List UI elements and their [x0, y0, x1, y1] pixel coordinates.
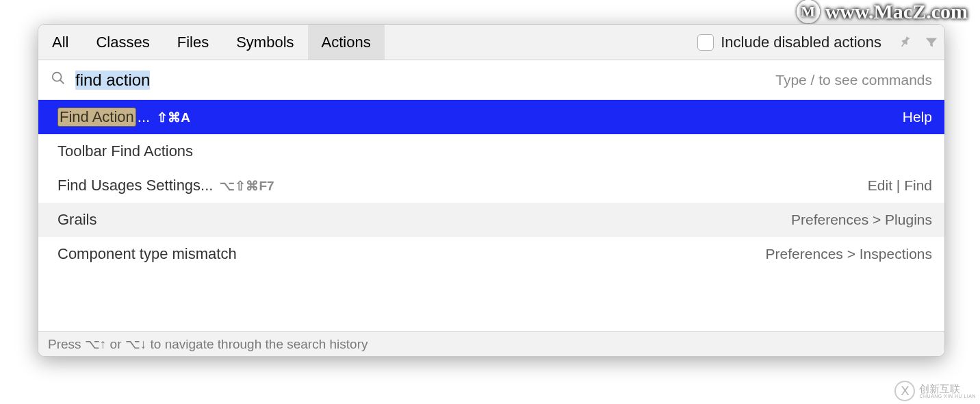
filter-icon[interactable] — [924, 35, 939, 50]
checkbox-icon[interactable] — [697, 34, 714, 51]
result-label-highlight: Find Action — [57, 108, 136, 127]
include-disabled-actions[interactable]: Include disabled actions — [697, 34, 881, 51]
tab-bar: All Classes Files Symbols Actions Includ… — [38, 25, 944, 60]
result-location: Preferences > Inspections — [766, 246, 932, 262]
result-label: Find Usages Settings... — [57, 177, 213, 194]
tab-symbols[interactable]: Symbols — [222, 25, 307, 60]
result-row[interactable]: Grails Preferences > Plugins — [38, 203, 944, 237]
result-row[interactable]: Find Action... ⇧⌘A Help — [38, 100, 944, 134]
result-label: Grails — [57, 211, 96, 229]
search-bar[interactable]: find action Type / to see commands — [38, 60, 944, 100]
watermark-top: M www.MacZ.com — [797, 0, 968, 23]
tab-files[interactable]: Files — [164, 25, 222, 60]
tab-all[interactable]: All — [38, 25, 82, 60]
results-empty-space — [38, 271, 944, 331]
result-location: Edit | Find — [868, 177, 932, 194]
tab-actions[interactable]: Actions — [308, 25, 385, 60]
results-list: Find Action... ⇧⌘A Help Toolbar Find Act… — [38, 100, 944, 331]
search-everywhere-popup: All Classes Files Symbols Actions Includ… — [38, 24, 945, 357]
result-shortcut: ⌥⇧⌘F7 — [220, 178, 274, 194]
result-label: Component type mismatch — [57, 245, 237, 263]
result-label: Toolbar Find Actions — [57, 142, 193, 160]
pin-icon[interactable] — [898, 35, 913, 50]
search-input[interactable]: find action — [75, 71, 150, 90]
search-hint: Type / to see commands — [775, 72, 932, 88]
watermark-top-icon: M — [797, 0, 820, 23]
result-shortcut: ⇧⌘A — [157, 110, 190, 125]
watermark-bottom-en: CHUANG XIN HU LIAN — [919, 394, 976, 399]
svg-line-1 — [60, 79, 64, 84]
result-location: Preferences > Plugins — [791, 212, 932, 228]
watermark-top-text: www.MacZ.com — [825, 0, 968, 23]
watermark-bottom-zh: 创新互联 — [919, 383, 976, 394]
search-icon — [51, 71, 66, 90]
include-disabled-label: Include disabled actions — [721, 34, 881, 51]
result-row[interactable]: Component type mismatch Preferences > In… — [38, 237, 944, 271]
watermark-bottom: X 创新互联 CHUANG XIN HU LIAN — [894, 381, 976, 401]
footer-hint: Press ⌥↑ or ⌥↓ to navigate through the s… — [38, 331, 944, 356]
result-row[interactable]: Toolbar Find Actions — [38, 134, 944, 168]
watermark-bottom-icon: X — [894, 381, 915, 401]
result-location: Help — [903, 109, 932, 125]
svg-point-0 — [53, 72, 62, 81]
result-row[interactable]: Find Usages Settings... ⌥⇧⌘F7 Edit | Fin… — [38, 168, 944, 203]
tab-classes[interactable]: Classes — [82, 25, 163, 60]
result-label-suffix: ... — [138, 108, 150, 126]
